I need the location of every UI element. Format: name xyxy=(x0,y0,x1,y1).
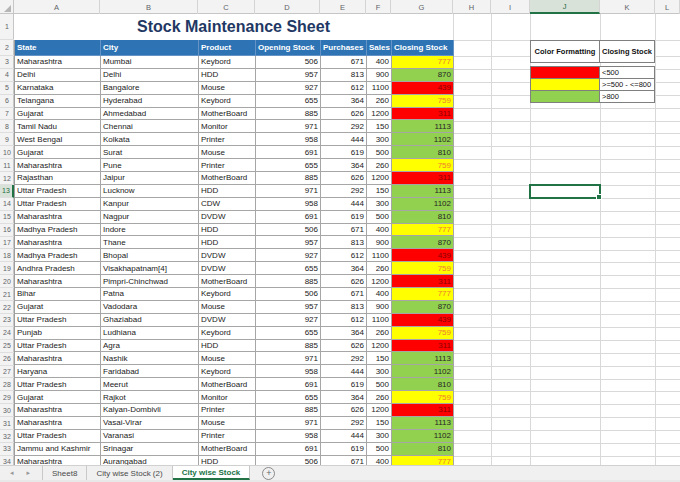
cell-sales[interactable]: 1200 xyxy=(367,275,392,288)
column-header-d[interactable]: D xyxy=(255,0,320,14)
table-header-closing-stock[interactable]: Closing Stock xyxy=(392,40,454,56)
cell-state[interactable]: Maharashtra xyxy=(15,211,101,224)
cell-purchases[interactable]: 444 xyxy=(321,430,367,443)
cell-purchases[interactable]: 364 xyxy=(321,391,367,404)
cell-opening[interactable]: 927 xyxy=(256,82,321,95)
cell-closing[interactable]: 759 xyxy=(392,327,454,340)
cell-state[interactable]: Rajasthan xyxy=(15,172,101,185)
cell-state[interactable]: Punjab xyxy=(15,327,101,340)
cell-sales[interactable]: 260 xyxy=(367,159,392,172)
cell-state[interactable]: Delhi xyxy=(15,69,101,82)
cell-sales[interactable]: 1100 xyxy=(367,82,392,95)
cell-state[interactable]: Bihar xyxy=(15,288,101,301)
cell-state[interactable]: Gujarat xyxy=(15,301,101,314)
cell-sales[interactable]: 500 xyxy=(367,443,392,456)
table-header-product[interactable]: Product xyxy=(199,40,256,56)
cell-state[interactable]: Maharashtra xyxy=(15,352,101,365)
cell-closing[interactable]: 870 xyxy=(392,69,454,82)
column-header-h[interactable]: H xyxy=(453,0,491,14)
cell-opening[interactable]: 655 xyxy=(256,95,321,108)
cell-opening[interactable]: 971 xyxy=(256,185,321,198)
cell-product[interactable]: HDD xyxy=(199,185,256,198)
cell-product[interactable]: Mouse xyxy=(199,417,256,430)
cell-purchases[interactable]: 626 xyxy=(321,172,367,185)
cell-closing[interactable]: 777 xyxy=(392,288,454,301)
cell-closing[interactable]: 439 xyxy=(392,249,454,262)
cell-sales[interactable]: 500 xyxy=(367,378,392,391)
cell-state[interactable]: Uttar Pradesh xyxy=(15,314,101,327)
cell-purchases[interactable]: 813 xyxy=(321,69,367,82)
column-header-l[interactable]: L xyxy=(655,0,680,14)
cell-opening[interactable]: 957 xyxy=(256,301,321,314)
cell-purchases[interactable]: 626 xyxy=(321,275,367,288)
table-header-purchases[interactable]: Purchases xyxy=(321,40,367,56)
cell-state[interactable]: Haryana xyxy=(15,365,101,378)
cell-sales[interactable]: 400 xyxy=(367,224,392,237)
cell-closing[interactable]: 759 xyxy=(392,159,454,172)
row-header-26[interactable]: 26 xyxy=(0,353,14,366)
prev-sheet-button[interactable]: ◂ xyxy=(10,469,14,477)
cell-state[interactable]: Uttar Pradesh xyxy=(15,198,101,211)
cell-opening[interactable]: 885 xyxy=(256,404,321,417)
column-header-j[interactable]: J xyxy=(530,0,600,14)
cell-purchases[interactable]: 364 xyxy=(321,262,367,275)
cell-sales[interactable]: 300 xyxy=(367,430,392,443)
cell-city[interactable]: Faridabad xyxy=(101,365,199,378)
cell-purchases[interactable]: 292 xyxy=(321,185,367,198)
column-header-e[interactable]: E xyxy=(320,0,366,14)
table-header-opening-stock[interactable]: Opening Stock xyxy=(256,40,321,56)
cell-city[interactable]: Rajkot xyxy=(101,391,199,404)
cell-closing[interactable]: 311 xyxy=(392,340,454,353)
column-header-g[interactable]: G xyxy=(391,0,453,14)
sheet-tab-sheet8[interactable]: Sheet8 xyxy=(42,466,87,480)
cell-closing[interactable]: 1102 xyxy=(392,198,454,211)
cell-product[interactable]: DVDW xyxy=(199,211,256,224)
column-header-b[interactable]: B xyxy=(100,0,198,14)
cell-purchases[interactable]: 292 xyxy=(321,417,367,430)
cell-sales[interactable]: 900 xyxy=(367,69,392,82)
cell-sales[interactable]: 1100 xyxy=(367,314,392,327)
cell-city[interactable]: Nashik xyxy=(101,352,199,365)
cell-purchases[interactable]: 444 xyxy=(321,198,367,211)
cell-opening[interactable]: 958 xyxy=(256,133,321,146)
cell-opening[interactable]: 971 xyxy=(256,417,321,430)
cell-product[interactable]: Mouse xyxy=(199,146,256,159)
cell-sales[interactable]: 900 xyxy=(367,236,392,249)
cell-city[interactable]: Ludhiana xyxy=(101,327,199,340)
cell-purchases[interactable]: 619 xyxy=(321,146,367,159)
cell-state[interactable]: Andhra Pradesh xyxy=(15,262,101,275)
table-header-sales[interactable]: Sales xyxy=(367,40,392,56)
cell-closing[interactable]: 1102 xyxy=(392,365,454,378)
cell-sales[interactable]: 150 xyxy=(367,120,392,133)
cell-product[interactable]: Printer xyxy=(199,404,256,417)
row-header-24[interactable]: 24 xyxy=(0,327,14,340)
cell-product[interactable]: HDD xyxy=(199,69,256,82)
cell-purchases[interactable]: 626 xyxy=(321,404,367,417)
cell-closing[interactable]: 777 xyxy=(392,56,454,69)
cell-city[interactable]: Surat xyxy=(101,146,199,159)
cell-city[interactable]: Hyderabad xyxy=(101,95,199,108)
cell-state[interactable]: Madhya Pradesh xyxy=(15,249,101,262)
cell-city[interactable]: Vadodara xyxy=(101,301,199,314)
cell-opening[interactable]: 971 xyxy=(256,352,321,365)
cell-state[interactable]: West Bengal xyxy=(15,133,101,146)
cell-city[interactable]: Srinagar xyxy=(101,443,199,456)
cell-product[interactable]: Keybord xyxy=(199,288,256,301)
cell-closing[interactable]: 810 xyxy=(392,211,454,224)
cell-purchases[interactable]: 671 xyxy=(321,56,367,69)
cell-purchases[interactable]: 364 xyxy=(321,159,367,172)
cell-sales[interactable]: 1200 xyxy=(367,172,392,185)
cell-state[interactable]: Madhya Pradesh xyxy=(15,224,101,237)
cell-product[interactable]: Keybord xyxy=(199,95,256,108)
cell-city[interactable]: Kolkata xyxy=(101,133,199,146)
cell-opening[interactable]: 691 xyxy=(256,211,321,224)
row-header-17[interactable]: 17 xyxy=(0,237,14,250)
cell-closing[interactable]: 311 xyxy=(392,108,454,121)
cell-opening[interactable]: 655 xyxy=(256,391,321,404)
cell-product[interactable]: Printer xyxy=(199,133,256,146)
legend-label[interactable]: >800 xyxy=(599,90,655,103)
cell-purchases[interactable]: 364 xyxy=(321,327,367,340)
column-header-i[interactable]: I xyxy=(491,0,530,14)
cell-city[interactable]: Delhi xyxy=(101,69,199,82)
cell-opening[interactable]: 506 xyxy=(256,56,321,69)
